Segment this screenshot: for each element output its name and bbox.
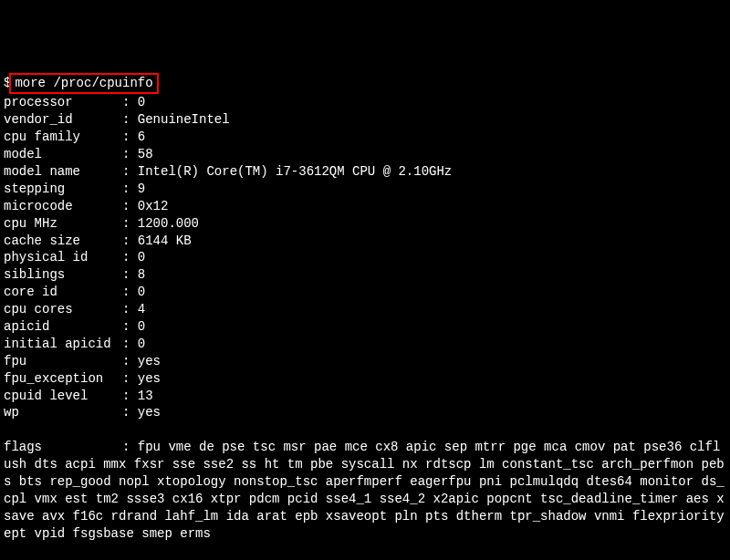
cpuinfo-row: vendor_id: GenuineIntel [4,111,726,129]
row-separator: : [122,199,138,213]
cpuinfo-row: wp: yes [4,404,726,421]
row-key: siblings [4,266,122,284]
row-value: 4 [138,302,145,316]
row-separator: : [122,267,138,282]
cpuinfo-row: model name: Intel(R) Core(TM) i7-3612QM … [4,163,726,181]
row-value: 0 [138,250,145,264]
row-key: core id [4,284,122,301]
row-key: vendor_id [4,111,122,129]
row-key: cpu MHz [4,215,122,233]
cpuinfo-row: model: 58 [4,146,726,163]
row-separator: : [122,302,138,316]
row-separator: : [122,371,138,386]
row-key: cpuid level [4,388,122,405]
row-separator: : [122,181,138,196]
row-separator: : [122,405,138,420]
row-value: 58 [138,147,153,161]
row-value: 6144 KB [138,233,192,248]
row-value: 1200.000 [138,216,199,231]
row-separator: : [122,319,138,334]
row-value: 0 [138,337,145,351]
cpuinfo-row: cpu MHz: 1200.000 [4,215,726,233]
cpuinfo-row: processor: 0 [4,94,726,111]
flags-key: flags [4,439,122,456]
row-value: Intel(R) Core(TM) i7-3612QM CPU @ 2.10GH… [138,164,452,179]
row-key: model [4,146,122,163]
cpuinfo-row: siblings: 8 [4,266,726,284]
row-key: cpu cores [4,301,122,318]
row-value: yes [138,405,161,420]
row-value: 0x12 [138,199,169,213]
row-separator: : [122,337,138,351]
cpuinfo-output: processor: 0vendor_id: GenuineIntelcpu f… [4,94,726,421]
row-key: microcode [4,198,122,215]
cpuinfo-row: apicid: 0 [4,318,726,336]
row-separator: : [122,250,138,264]
cpuinfo-row: fpu: yes [4,353,726,370]
row-value: 0 [138,319,145,334]
cpuinfo-row: stepping: 9 [4,181,726,198]
row-key: cpu family [4,129,122,146]
row-value: 6 [138,130,145,144]
row-key: wp [4,404,122,421]
row-key: cache size [4,233,122,250]
row-separator: : [122,147,138,161]
row-value: 8 [138,267,145,282]
command-text: more /proc/cpuinfo [15,76,152,90]
row-separator: : [122,233,138,248]
cpuinfo-row: microcode: 0x12 [4,198,726,215]
cpuinfo-row: initial apicid: 0 [4,336,726,353]
command-highlight: more /proc/cpuinfo [9,73,158,95]
row-separator: : [122,130,138,144]
row-value: 0 [138,285,145,299]
cpuinfo-row: cpu cores: 4 [4,301,726,318]
row-key: processor [4,94,122,111]
row-value: 13 [138,389,153,403]
cpuinfo-row: physical id: 0 [4,249,726,266]
row-separator: : [122,112,138,127]
row-key: stepping [4,181,122,198]
row-separator: : [122,95,138,109]
row-separator: : [122,285,138,299]
command-line: $more /proc/cpuinfo [4,73,159,95]
row-value: GenuineIntel [138,112,230,127]
row-separator: : [122,164,138,179]
cpuinfo-row: cache size: 6144 KB [4,233,726,250]
cpuinfo-row: fpu_exception: yes [4,370,726,388]
row-value: 0 [138,95,145,109]
cpuinfo-row: cpuid level: 13 [4,388,726,405]
row-separator: : [122,389,138,403]
row-value: yes [138,354,161,368]
row-separator: : [122,354,138,368]
cpuinfo-row: cpu family: 6 [4,129,726,146]
row-key: fpu [4,353,122,370]
flags-row: flags: fpu vme de pse tsc msr pae mce cx… [4,439,726,542]
cpuinfo-row: core id: 0 [4,284,726,301]
row-value: 9 [138,181,145,196]
row-key: model name [4,163,122,181]
row-separator: : [122,216,138,231]
row-key: fpu_exception [4,370,122,388]
row-key: apicid [4,318,122,336]
row-key: physical id [4,249,122,266]
row-key: initial apicid [4,336,122,353]
row-value: yes [138,371,161,386]
